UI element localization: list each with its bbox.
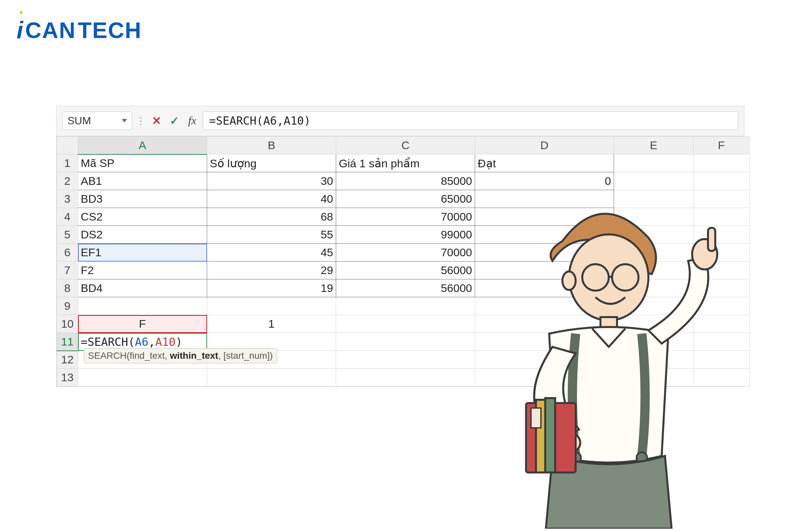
cell-F2[interactable] bbox=[694, 172, 750, 190]
cell-A3[interactable]: BD3 bbox=[78, 190, 207, 208]
tooltip-arg2[interactable]: within_text bbox=[170, 350, 218, 361]
cell-C3[interactable]: 65000 bbox=[336, 190, 475, 208]
formula-input[interactable]: =SEARCH(A6,A10) bbox=[203, 111, 738, 130]
cell-F1[interactable] bbox=[694, 154, 750, 172]
name-box[interactable]: SUM bbox=[62, 111, 132, 130]
row-1: 1Mã SPSố lượngGiá 1 sản phẩmĐạt bbox=[57, 154, 750, 172]
formula-bar-separator: ⋮ bbox=[135, 115, 146, 126]
cell-C7[interactable]: 56000 bbox=[336, 262, 475, 279]
cell-B6[interactable]: 45 bbox=[207, 244, 336, 262]
cell-B5[interactable]: 55 bbox=[207, 226, 336, 244]
brand-logo: i CAN TECH bbox=[17, 17, 142, 44]
cell-E1[interactable] bbox=[614, 154, 694, 172]
cell-A7[interactable]: F2 bbox=[78, 262, 207, 279]
cell-C11[interactable] bbox=[336, 333, 475, 351]
logo-word-can: CAN bbox=[25, 17, 76, 43]
cell-A10[interactable]: F bbox=[78, 315, 207, 333]
column-header-C[interactable]: C bbox=[336, 136, 475, 154]
cell-A4[interactable]: CS2 bbox=[78, 208, 207, 226]
close-icon: ✕ bbox=[152, 114, 161, 127]
cell-A9[interactable] bbox=[78, 297, 207, 315]
cell-B7[interactable]: 29 bbox=[207, 262, 336, 279]
svg-point-1 bbox=[562, 271, 576, 290]
cell-A8[interactable]: BD4 bbox=[78, 279, 207, 297]
column-header-B[interactable]: B bbox=[207, 136, 336, 154]
column-header-row: A B C D E F bbox=[57, 136, 750, 154]
row-header-4[interactable]: 4 bbox=[57, 208, 78, 226]
function-tooltip[interactable]: SEARCH(find_text, within_text, [start_nu… bbox=[84, 348, 277, 363]
cell-A6[interactable]: EF1 bbox=[78, 244, 207, 262]
cancel-button[interactable]: ✕ bbox=[149, 112, 164, 129]
check-icon: ✓ bbox=[170, 114, 179, 127]
chevron-down-icon[interactable] bbox=[122, 119, 127, 122]
column-header-E[interactable]: E bbox=[614, 136, 694, 154]
formula-bar: SUM ⋮ ✕ ✓ fx =SEARCH(A6,A10) bbox=[57, 106, 744, 136]
cell-C10[interactable] bbox=[336, 315, 475, 333]
row-header-11[interactable]: 11 bbox=[57, 333, 78, 351]
insert-function-button[interactable]: fx bbox=[185, 112, 200, 129]
cell-B9[interactable] bbox=[207, 297, 336, 315]
cell-C12[interactable] bbox=[336, 351, 475, 369]
cell-C13[interactable] bbox=[336, 369, 475, 386]
cell-D2[interactable]: 0 bbox=[475, 172, 614, 190]
cell-B3[interactable]: 40 bbox=[207, 190, 336, 208]
cell-A5[interactable]: DS2 bbox=[78, 226, 207, 244]
row-header-13[interactable]: 13 bbox=[57, 369, 78, 386]
cell-E2[interactable] bbox=[614, 172, 694, 190]
cell-D1[interactable]: Đạt bbox=[475, 154, 614, 172]
tooltip-fn-name: SEARCH bbox=[88, 350, 127, 361]
cell-C9[interactable] bbox=[336, 297, 475, 315]
logo-word-tech: TECH bbox=[78, 17, 142, 43]
formula-text: =SEARCH(A6,A10) bbox=[209, 114, 311, 127]
svg-rect-11 bbox=[545, 398, 555, 473]
teacher-illustration bbox=[476, 191, 728, 529]
row-header-3[interactable]: 3 bbox=[57, 190, 78, 208]
select-all-corner[interactable] bbox=[57, 136, 78, 154]
row-header-1[interactable]: 1 bbox=[57, 154, 78, 172]
cell-A1[interactable]: Mã SP bbox=[78, 154, 207, 172]
cell-A2[interactable]: AB1 bbox=[78, 172, 207, 190]
svg-rect-12 bbox=[531, 408, 541, 428]
row-header-5[interactable]: 5 bbox=[57, 226, 78, 244]
logo-letter-i: i bbox=[17, 17, 23, 44]
cell-C5[interactable]: 99000 bbox=[336, 226, 475, 244]
cell-C6[interactable]: 70000 bbox=[336, 244, 475, 262]
cell-B4[interactable]: 68 bbox=[207, 208, 336, 226]
cell-C4[interactable]: 70000 bbox=[336, 208, 475, 226]
row-header-2[interactable]: 2 bbox=[57, 172, 78, 190]
column-header-A[interactable]: A bbox=[78, 136, 207, 154]
row-header-12[interactable]: 12 bbox=[57, 351, 78, 369]
row-header-7[interactable]: 7 bbox=[57, 262, 78, 279]
cell-B8[interactable]: 19 bbox=[207, 279, 336, 297]
tooltip-arg1[interactable]: find_text bbox=[130, 350, 165, 361]
cell-C2[interactable]: 85000 bbox=[336, 172, 475, 190]
cell-C8[interactable]: 56000 bbox=[336, 279, 475, 297]
row-header-10[interactable]: 10 bbox=[57, 315, 78, 333]
row-header-9[interactable]: 9 bbox=[57, 297, 78, 315]
row-header-8[interactable]: 8 bbox=[57, 279, 78, 297]
cell-B2[interactable]: 30 bbox=[207, 172, 336, 190]
fx-icon: fx bbox=[188, 114, 197, 127]
cell-C1[interactable]: Giá 1 sản phẩm bbox=[336, 154, 475, 172]
cell-B10[interactable]: 1 bbox=[207, 315, 336, 333]
cell-B1[interactable]: Số lượng bbox=[207, 154, 336, 172]
column-header-D[interactable]: D bbox=[475, 136, 614, 154]
row-header-6[interactable]: 6 bbox=[57, 244, 78, 262]
cell-A13[interactable] bbox=[78, 369, 207, 386]
enter-button[interactable]: ✓ bbox=[167, 112, 182, 129]
row-2: 2AB130850000 bbox=[57, 172, 750, 190]
tooltip-arg3[interactable]: [start_num] bbox=[223, 350, 270, 361]
cell-B13[interactable] bbox=[207, 369, 336, 386]
svg-rect-14 bbox=[708, 228, 715, 251]
column-header-F[interactable]: F bbox=[694, 136, 750, 154]
name-box-value: SUM bbox=[68, 115, 91, 127]
